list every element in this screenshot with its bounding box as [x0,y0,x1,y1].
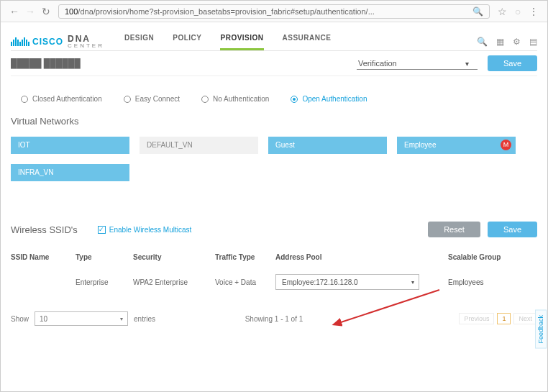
reload-icon[interactable]: ↻ [40,5,52,18]
cell-scalable-group: Employees [419,278,537,286]
chevron-down-icon: ▾ [411,279,414,286]
col-address-pool: Address Pool [275,253,419,261]
multicast-label: Enable Wireless Multicast [109,226,191,234]
ssid-table-header: SSID Name Type Security Traffic Type Add… [11,253,537,261]
vn-chip-iot[interactable]: IOT [11,137,129,154]
pager-page-1[interactable]: 1 [497,313,511,324]
badge-m: M [501,140,511,150]
url-host: 100 [65,7,78,16]
chevron-down-icon: ▾ [120,316,123,322]
auth-options: Closed Authentication Easy Connect No Au… [21,95,537,103]
url-path: /dna/provision/home?st-provision_basetab… [78,7,374,16]
verification-dropdown[interactable]: ▾ [357,58,478,70]
reset-button[interactable]: Reset [428,222,480,237]
wireless-ssid-title: Wireless SSID's [11,224,78,235]
menu-icon[interactable]: ⋮ [527,5,540,18]
vn-grid: IOT DEFAULT_VN Guest EmployeeM INFRA_VN [11,137,537,181]
gear-icon[interactable]: ⚙ [513,37,521,47]
radio-open-auth[interactable]: Open Authentication [291,95,367,103]
col-type: Type [76,253,133,261]
col-security: Security [133,253,215,261]
logo-product: DNA [68,35,104,43]
address-pool-select[interactable]: Employee:172.16.128.0 ▾ [275,274,419,290]
show-value: 10 [40,315,47,323]
vn-chip-employee[interactable]: EmployeeM [397,137,516,154]
section-title-truncated: █████ ██████ [11,58,81,68]
vn-chip-default[interactable]: DEFAULT_VN [140,137,258,154]
col-ssid-name: SSID Name [11,253,76,261]
star-icon[interactable]: ☆ [496,5,508,18]
nav-design[interactable]: DESIGN [124,34,154,49]
checkbox-checked-icon: ✓ [98,226,106,234]
cell-security: WPA2 Enterprise [133,278,215,286]
top-nav: CISCO DNA CENTER DESIGN POLICY PROVISION… [1,22,547,49]
entries-label: entries [134,315,155,323]
extension-icon[interactable]: ○ [511,5,524,18]
search-icon[interactable]: 🔍 [477,37,488,47]
table-row: Enterprise WPA2 Enterprise Voice + Data … [11,274,537,290]
save-button-top[interactable]: Save [488,55,537,71]
radio-label: No Authentication [213,95,269,103]
radio-easy-connect[interactable]: Easy Connect [124,95,180,103]
pager-next[interactable]: Next [513,313,537,324]
apps-icon[interactable]: ▦ [496,37,504,47]
cell-traffic: Voice + Data [215,278,275,286]
nav-provision[interactable]: PROVISION [220,34,263,49]
cell-type: Enterprise [76,278,133,286]
browser-toolbar: ← → ↻ 100/dna/provision/home?st-provisio… [1,1,547,22]
radio-no-auth[interactable]: No Authentication [201,95,269,103]
nav-assurance[interactable]: ASSURANCE [283,34,332,49]
address-pool-value: Employee:172.16.128.0 [282,278,358,286]
search-in-url-icon[interactable]: 🔍 [472,6,483,17]
radio-closed-auth[interactable]: Closed Authentication [21,95,102,103]
col-scalable-group: Scalable Group [419,253,537,261]
back-icon[interactable]: ← [8,5,21,18]
show-entries-select[interactable]: 10 ▾ [35,311,128,326]
vn-chip-infra[interactable]: INFRA_VN [11,164,129,181]
logo-brand: CISCO [32,37,63,47]
radio-label: Open Authentication [302,95,367,103]
vn-chip-guest[interactable]: Guest [268,137,387,154]
col-traffic: Traffic Type [215,253,275,261]
pager-prev[interactable]: Previous [459,313,494,324]
cisco-logo[interactable]: CISCO DNA CENTER [11,35,104,49]
feedback-tab[interactable]: Feedback [535,310,547,349]
logo-sub: CENTER [68,43,104,49]
verification-label[interactable] [357,58,478,70]
list-icon[interactable]: ▤ [529,37,537,47]
nav-policy[interactable]: POLICY [173,34,201,49]
radio-label: Easy Connect [135,95,180,103]
save-button[interactable]: Save [488,222,537,237]
radio-label: Closed Authentication [32,95,102,103]
forward-icon: → [24,5,37,18]
showing-label: Showing 1 - 1 of 1 [245,315,303,323]
cisco-bars-icon [11,37,29,46]
enable-multicast-checkbox[interactable]: ✓ Enable Wireless Multicast [98,226,191,234]
virtual-networks-title: Virtual Networks [11,116,537,127]
show-label: Show [11,315,29,323]
address-bar[interactable]: 100/dna/provision/home?st-provision_base… [58,4,490,19]
